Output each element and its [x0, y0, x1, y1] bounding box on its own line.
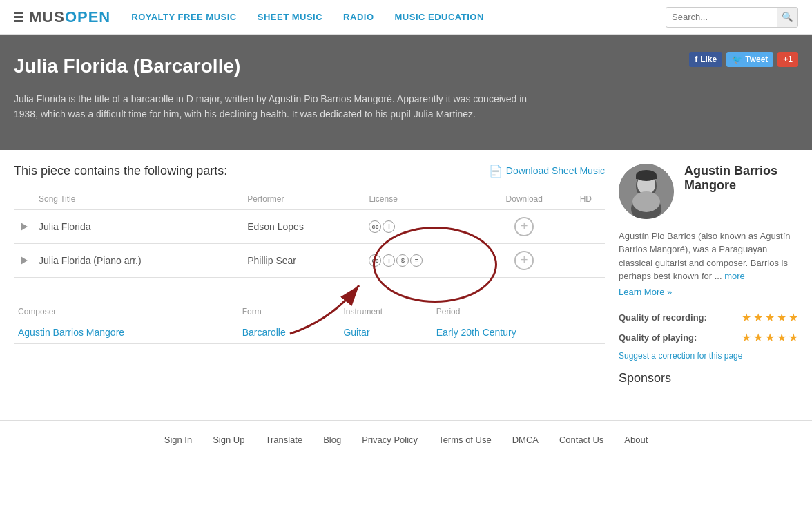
by-icon: i [383, 254, 395, 267]
composer-portrait [619, 164, 674, 219]
search-input[interactable] [666, 12, 777, 22]
nc-icon: $ [396, 254, 409, 267]
site-header: MUSOPEN ROYALTY FREE MUSIC SHEET MUSIC R… [0, 0, 812, 35]
nd-icon: = [410, 254, 423, 267]
meta-col-composer: Composer [14, 303, 238, 321]
footer-dmca[interactable]: DMCA [512, 435, 539, 445]
facebook-icon: f [695, 55, 697, 64]
composer-avatar [619, 164, 674, 219]
by-icon: i [383, 220, 395, 233]
parts-table: Song Title Performer License Download HD [14, 189, 605, 278]
star-1: ★ [742, 331, 751, 344]
download-button-1[interactable]: + [514, 217, 534, 236]
more-link[interactable]: more [724, 271, 745, 281]
star-4: ★ [777, 331, 786, 344]
social-buttons: f Like 🐦 Tweet +1 [689, 52, 798, 67]
col-hd: HD [567, 189, 605, 210]
section-divider [14, 292, 605, 292]
cc-icon: cc [369, 254, 381, 267]
col-download: Download [482, 189, 567, 210]
logo-mus: MUS [29, 8, 65, 26]
instrument-link[interactable]: Guitar [343, 327, 369, 338]
nav-music-education[interactable]: MUSIC EDUCATION [395, 12, 484, 22]
footer-translate[interactable]: Translate [265, 435, 302, 445]
col-song-title: Song Title [35, 189, 243, 210]
playing-rating-row: Quality of playing: ★ ★ ★ ★ ★ [619, 331, 798, 344]
footer-sign-up[interactable]: Sign Up [213, 435, 244, 445]
footer-blog[interactable]: Blog [323, 435, 341, 445]
form-link[interactable]: Barcarolle [242, 327, 286, 338]
recording-stars: ★ ★ ★ ★ ★ [742, 311, 798, 324]
recording-rating-row: Quality of recording: ★ ★ ★ ★ ★ [619, 311, 798, 324]
play-icon [21, 223, 28, 231]
star-5: ★ [789, 311, 798, 324]
footer-sign-in[interactable]: Sign In [164, 435, 192, 445]
learn-more-link[interactable]: Learn More » [619, 287, 798, 297]
download-sheet-music-link[interactable]: 📄 Download Sheet Music [489, 164, 605, 178]
nav-radio[interactable]: RADIO [343, 12, 374, 22]
footer-contact-us[interactable]: Contact Us [559, 435, 603, 445]
footer-privacy-policy[interactable]: Privacy Policy [362, 435, 418, 445]
googleplus-button[interactable]: +1 [777, 52, 798, 67]
star-3: ★ [765, 311, 775, 324]
composer-description: Agustín Pio Barrios (also known as Agust… [619, 229, 798, 283]
hero-description: Julia Florida is the title of a barcarol… [14, 91, 539, 122]
song-title-1: Julia Florida [35, 209, 243, 243]
download-icon: 📄 [489, 164, 503, 178]
composer-link[interactable]: Agustin Barrios Mangore [18, 327, 124, 338]
main-nav: ROYALTY FREE MUSIC SHEET MUSIC RADIO MUS… [131, 12, 666, 22]
svg-point-5 [632, 191, 660, 212]
metadata-row: Agustin Barrios Mangore Barcarolle Guita… [14, 321, 605, 343]
svg-rect-7 [636, 176, 657, 179]
hero-section: Julia Florida (Barcarolle) f Like 🐦 Twee… [0, 35, 812, 150]
nav-royalty-free[interactable]: ROYALTY FREE MUSIC [131, 12, 237, 22]
composer-info: Agustin Barrios Mangore [684, 164, 798, 198]
sponsors-title: Sponsors [619, 371, 798, 386]
col-license: License [365, 189, 481, 210]
download-label: Download Sheet Music [506, 165, 605, 176]
gplus-label: +1 [783, 55, 793, 64]
performer-1: Edson Lopes [243, 209, 365, 243]
page-title: Julia Florida (Barcarolle) [14, 55, 798, 77]
parts-header: This piece contains the following parts:… [14, 164, 605, 178]
play-button-2[interactable] [18, 254, 30, 267]
main-content: This piece contains the following parts:… [0, 150, 812, 399]
table-row: Julia Florida Edson Lopes cc i + [14, 209, 605, 243]
play-button-1[interactable] [18, 220, 30, 233]
tweet-label: Tweet [745, 55, 768, 64]
period-link[interactable]: Early 20th Century [436, 327, 516, 338]
star-2: ★ [753, 311, 763, 324]
composer-name: Agustin Barrios Mangore [684, 164, 798, 193]
col-performer: Performer [243, 189, 365, 210]
hd-2 [567, 243, 605, 277]
suggest-correction-link[interactable]: Suggest a correction for this page [619, 351, 798, 361]
right-sidebar: Agustin Barrios Mangore Agustín Pio Barr… [619, 164, 798, 386]
parts-title: This piece contains the following parts: [14, 164, 227, 178]
metadata-table: Composer Form Instrument Period Agustin … [14, 303, 605, 344]
parts-table-wrapper: Song Title Performer License Download HD [14, 189, 605, 278]
play-icon [21, 256, 28, 265]
facebook-like-button[interactable]: f Like [689, 52, 722, 67]
license-2: cc i $ = [365, 243, 481, 277]
playing-rating-label: Quality of playing: [619, 332, 697, 343]
footer-terms-of-use[interactable]: Terms of Use [438, 435, 492, 445]
star-1: ★ [742, 311, 751, 324]
download-button-2[interactable]: + [514, 251, 534, 270]
footer-about[interactable]: About [624, 435, 648, 445]
rating-section: Quality of recording: ★ ★ ★ ★ ★ Quality … [619, 311, 798, 386]
composer-card: Agustin Barrios Mangore [619, 164, 798, 219]
logo-bars-icon [14, 12, 23, 22]
search-button[interactable]: 🔍 [777, 7, 798, 28]
song-title-2: Julia Florida (Piano arr.) [35, 243, 243, 277]
meta-col-form: Form [238, 303, 340, 321]
playing-stars: ★ ★ ★ ★ ★ [742, 331, 798, 344]
left-section: This piece contains the following parts:… [14, 164, 605, 386]
star-3: ★ [765, 331, 775, 344]
logo-link[interactable]: MUSOPEN [14, 8, 110, 26]
cc-icon: cc [369, 220, 381, 233]
star-4: ★ [777, 311, 786, 324]
meta-col-instrument: Instrument [339, 303, 432, 321]
twitter-icon: 🐦 [732, 55, 742, 64]
nav-sheet-music[interactable]: SHEET MUSIC [258, 12, 322, 22]
twitter-tweet-button[interactable]: 🐦 Tweet [726, 52, 773, 67]
